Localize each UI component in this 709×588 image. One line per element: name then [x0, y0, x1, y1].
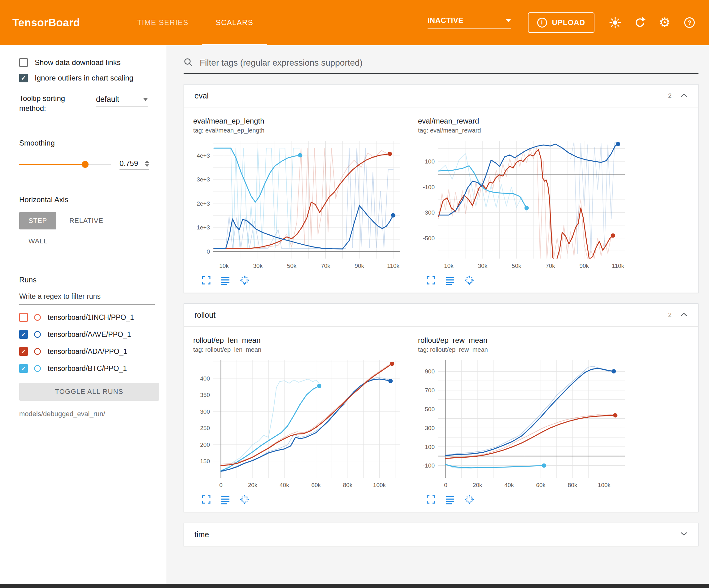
spinner-up-icon[interactable] [145, 160, 149, 163]
chart-title: rollout/ep_rew_mean [418, 336, 635, 344]
tab-time-series[interactable]: TIME SERIES [124, 0, 202, 45]
smoothing-slider-knob[interactable] [82, 161, 88, 168]
svg-text:90k: 90k [354, 262, 364, 269]
app-header: TensorBoard TIME SERIES SCALARS INACTIVE… [0, 0, 709, 45]
run-checkbox[interactable]: ✓ [19, 313, 28, 322]
svg-text:-500: -500 [423, 235, 435, 241]
chevron-down-icon [143, 98, 148, 101]
runs-list-icon[interactable] [220, 494, 230, 504]
run-checkbox[interactable]: ✓ [19, 347, 28, 356]
header-icon-cluster: ⚙ ? [609, 17, 695, 28]
ignore-outliers-label: Ignore outliers in chart scaling [35, 74, 133, 82]
chart-toolbar [193, 494, 410, 504]
fit-domain-icon[interactable] [465, 494, 474, 504]
runs-list-icon[interactable] [445, 494, 455, 504]
chevron-down-icon[interactable] [680, 532, 688, 537]
show-download-links-label: Show data download links [35, 58, 121, 67]
run-color-ring[interactable] [34, 314, 41, 321]
divider [0, 183, 166, 183]
divider [0, 263, 166, 263]
main-content: eval 2 eval/mean_ep_length tag: eval/mea… [166, 45, 709, 584]
expand-chart-icon[interactable] [426, 494, 436, 504]
svg-text:40k: 40k [504, 482, 514, 488]
tooltip-sorting-select[interactable]: default [96, 95, 148, 106]
svg-text:350: 350 [200, 392, 210, 398]
status-dropdown[interactable]: INACTIVE [427, 16, 511, 29]
svg-text:70k: 70k [321, 262, 330, 269]
show-download-links-row[interactable]: Show data download links [19, 58, 155, 67]
axis-wall-button[interactable]: WALL [19, 233, 57, 250]
run-color-ring[interactable] [34, 348, 41, 355]
svg-text:30k: 30k [478, 262, 488, 269]
smoothing-slider-fill [19, 164, 85, 165]
chevron-up-icon[interactable] [680, 93, 688, 99]
help-icon[interactable]: ? [684, 17, 695, 28]
refresh-icon[interactable] [634, 17, 646, 28]
svg-text:0: 0 [219, 482, 222, 488]
expand-chart-icon[interactable] [426, 275, 436, 285]
check-icon: ✓ [21, 348, 26, 355]
expand-chart-icon[interactable] [201, 494, 211, 504]
tag-filter-input[interactable] [199, 58, 699, 68]
smoothing-spinner[interactable] [145, 160, 149, 167]
fit-domain-icon[interactable] [465, 275, 474, 285]
svg-text:50k: 50k [512, 262, 521, 269]
settings-gear-icon[interactable]: ⚙ [659, 17, 671, 28]
svg-text:0: 0 [444, 482, 447, 488]
fit-domain-icon[interactable] [240, 275, 250, 285]
ignore-outliers-row[interactable]: ✓ Ignore outliers in chart scaling [19, 74, 155, 82]
spinner-down-icon[interactable] [145, 164, 149, 167]
section-header-rollout[interactable]: rollout 2 [184, 304, 698, 327]
smoothing-value-input[interactable] [120, 159, 140, 168]
fit-domain-icon[interactable] [240, 494, 250, 504]
section-header-time[interactable]: time [184, 523, 698, 546]
run-checkbox[interactable]: ✓ [19, 364, 28, 373]
runs-list-icon[interactable] [445, 275, 455, 285]
chevron-up-icon[interactable] [680, 312, 688, 318]
svg-text:-300: -300 [423, 209, 435, 216]
chart-block-rollout-ep-len-mean: rollout/ep_len_mean tag: rollout/ep_len_… [193, 336, 410, 504]
settings-sidebar: Show data download links ✓ Ignore outlie… [0, 45, 166, 584]
eval-mean-ep-length-plot[interactable]: 10k30k50k70k90k110k01e+32e+33e+34e+3 [193, 136, 404, 273]
axis-step-button[interactable]: STEP [19, 212, 56, 229]
show-download-links-checkbox[interactable] [19, 58, 28, 67]
tab-scalars[interactable]: SCALARS [202, 0, 267, 45]
nav-tabs: TIME SERIES SCALARS [124, 0, 267, 45]
expand-chart-icon[interactable] [201, 275, 211, 285]
check-icon: ✓ [21, 74, 26, 82]
run-checkbox[interactable]: ✓ [19, 330, 28, 339]
run-row[interactable]: ✓ tensorboard/BTC/PPO_1 [19, 364, 155, 373]
rollout-ep-rew-mean-plot[interactable]: 020k40k60k80k100k-100100300500700900 [418, 356, 629, 492]
smoothing-slider[interactable] [19, 164, 111, 165]
svg-text:60k: 60k [536, 482, 546, 488]
section-card-rollout: rollout 2 rollout/ep_len_mean tag: rollo… [184, 303, 699, 512]
runs-list-icon[interactable] [220, 275, 230, 285]
svg-text:1e+3: 1e+3 [196, 224, 210, 231]
ignore-outliers-checkbox[interactable]: ✓ [19, 74, 28, 82]
svg-text:0: 0 [207, 248, 210, 255]
axis-relative-button[interactable]: RELATIVE [60, 212, 113, 229]
svg-text:80k: 80k [568, 482, 577, 488]
svg-text:900: 900 [425, 368, 435, 375]
runs-filter-input[interactable] [19, 290, 155, 305]
svg-text:700: 700 [425, 387, 435, 393]
svg-text:10k: 10k [444, 262, 453, 269]
run-row[interactable]: ✓ tensorboard/ADA/PPO_1 [19, 347, 155, 356]
section-header-eval[interactable]: eval 2 [184, 84, 698, 107]
brightness-icon[interactable] [609, 17, 621, 28]
run-label: tensorboard/AAVE/PPO_1 [48, 330, 131, 339]
rollout-ep-len-mean-plot[interactable]: 020k40k60k80k100k150200250300350400 [193, 356, 404, 492]
run-color-ring[interactable] [34, 331, 41, 338]
run-path-text: models/debugged_eval_run/ [19, 410, 155, 418]
svg-text:40k: 40k [280, 482, 289, 488]
run-row[interactable]: ✓ tensorboard/AAVE/PPO_1 [19, 330, 155, 339]
check-icon: ✓ [21, 365, 26, 372]
upload-button[interactable]: i UPLOAD [528, 12, 595, 33]
run-color-ring[interactable] [34, 365, 41, 372]
eval-mean-reward-plot[interactable]: 10k30k50k70k90k110k100-100-300-500 [418, 136, 629, 273]
run-row[interactable]: ✓ tensorboard/1INCH/PPO_1 [19, 313, 155, 322]
svg-text:200: 200 [200, 441, 210, 448]
chart-tag: tag: eval/mean_ep_length [193, 127, 410, 134]
svg-text:90k: 90k [579, 262, 589, 269]
toggle-all-runs-button[interactable]: TOGGLE ALL RUNS [19, 383, 159, 401]
